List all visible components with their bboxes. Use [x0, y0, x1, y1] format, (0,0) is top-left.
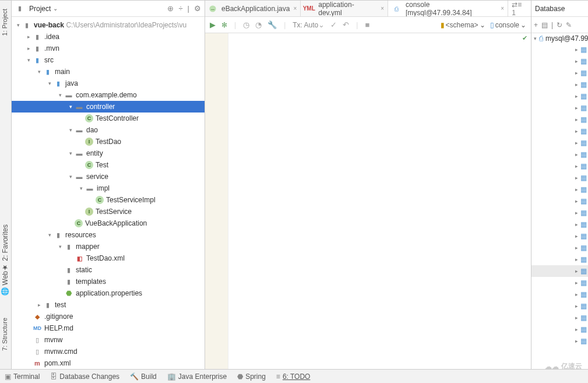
close-icon[interactable]: ×	[501, 5, 504, 12]
tree-node[interactable]: ▾▮mapper	[12, 241, 205, 252]
close-icon[interactable]: ×	[293, 5, 297, 12]
tree-node[interactable]: ▾▬impl	[12, 182, 205, 194]
db-table-row[interactable]: ▸▦	[531, 277, 588, 289]
history-icon[interactable]: ◷	[243, 20, 249, 29]
stop-icon[interactable]: ■	[365, 20, 369, 29]
bottom-build[interactable]: 🔨Build	[130, 373, 157, 381]
editor-tab-active[interactable]: ⎙console [mysql@47.99.34.84]×	[388, 1, 508, 17]
db-table-row[interactable]: ▸▦	[531, 160, 588, 172]
refresh-icon[interactable]: ↻	[557, 21, 562, 29]
left-tab-project[interactable]: 1: Project	[0, 6, 9, 38]
tree-node[interactable]: ◆.gitignore	[12, 311, 205, 322]
tree-node[interactable]: CVueBackApplication	[12, 217, 205, 229]
db-table-row[interactable]: ▸▦	[531, 55, 588, 67]
bottom-spring[interactable]: ⬣Spring	[237, 373, 266, 381]
console-selector[interactable]: ▯console⌄	[490, 21, 526, 29]
left-tab-favorites[interactable]: ★2: Favorites	[0, 222, 10, 274]
tree-node[interactable]: ⬣application.properties	[12, 287, 205, 299]
db-table-row[interactable]: ▸▦	[531, 137, 588, 149]
left-tab-web[interactable]: 🌐Web	[0, 269, 10, 298]
tree-node[interactable]: ◧TestDao.xml	[12, 252, 205, 264]
add-icon[interactable]: +	[534, 21, 538, 29]
chevron-right-icon: ▸	[575, 58, 578, 64]
db-table-row[interactable]: ▸▦	[531, 125, 588, 137]
bottom-terminal[interactable]: ▣Terminal	[5, 373, 40, 381]
sources-icon[interactable]: ▤	[541, 21, 548, 29]
project-tree[interactable]: ▾▮vue-back C:\Users\Administrator\IdeaPr…	[12, 17, 205, 369]
editor-tab[interactable]: ...eBackApplication.java×	[205, 1, 301, 16]
db-table-row[interactable]: ▸▦	[531, 254, 588, 265]
tree-node[interactable]: ▮static	[12, 264, 205, 276]
db-table-row[interactable]: ▸▦	[531, 90, 588, 102]
tree-node[interactable]: CTest	[12, 159, 205, 171]
db-table-row[interactable]: ▸▦	[531, 114, 588, 125]
db-table-row[interactable]: ▸▦	[531, 149, 588, 160]
tree-node[interactable]: ▾▬entity	[12, 147, 205, 159]
tree-root[interactable]: ▾▮vue-back C:\Users\Administrator\IdeaPr…	[12, 19, 205, 31]
tree-node[interactable]: ▾▮src	[12, 54, 205, 66]
tree-node[interactable]: ▮templates	[12, 276, 205, 287]
tree-node[interactable]: ▾▬dao	[12, 124, 205, 136]
db-table-row[interactable]: ▸▦	[531, 230, 588, 242]
close-icon[interactable]: ×	[381, 5, 384, 12]
tx-auto-selector[interactable]: Tx: Auto ⌄	[293, 20, 325, 29]
editor-body[interactable]: ✔	[205, 33, 531, 369]
tree-node[interactable]: ▾▮java	[12, 78, 205, 89]
db-table-row[interactable]: ▸▦	[531, 265, 588, 277]
tree-node[interactable]: ▾▬com.example.demo	[12, 89, 205, 101]
edit-icon[interactable]: ✎	[566, 21, 572, 29]
execute-star-icon[interactable]: ✻	[221, 21, 227, 29]
locate-icon[interactable]: ⊕	[167, 4, 174, 13]
tree-node[interactable]: ▯mvnw	[12, 334, 205, 346]
db-table-row[interactable]: ▸▦	[531, 242, 588, 254]
rollback-icon[interactable]: ↶	[343, 20, 349, 29]
db-table-row[interactable]: ▸▦	[531, 324, 588, 335]
db-table-row[interactable]: ▸▦	[531, 184, 588, 195]
bottom-java-enterprise[interactable]: 🏢Java Enterprise	[167, 373, 227, 381]
tree-node[interactable]: ▾▮resources	[12, 229, 205, 241]
tree-node[interactable]: ▸▮.mvn	[12, 43, 205, 54]
db-table-row[interactable]: ▸▦	[531, 172, 588, 184]
db-table-row[interactable]: ▸▦	[531, 195, 588, 207]
left-tab-structure[interactable]: 7: Structure	[0, 315, 9, 353]
tree-node[interactable]: CTestServiceImpl	[12, 194, 205, 206]
database-tree[interactable]: ▾⎙mysql@47.99 ▸▦▸▦▸▦▸▦▸▦▸▦▸▦▸▦▸▦▸▦▸▦▸▦▸▦…	[531, 33, 588, 369]
db-table-row[interactable]: ▸▦	[531, 207, 588, 219]
tree-node[interactable]: mpom.xml	[12, 357, 205, 369]
db-icon: 🗄	[50, 373, 57, 381]
commit-icon[interactable]: ✓	[330, 20, 337, 29]
tree-node[interactable]: MDHELP.md	[12, 322, 205, 334]
tree-node[interactable]: ITestService	[12, 206, 205, 217]
tree-node[interactable]: ITestDao	[12, 136, 205, 147]
tree-node[interactable]: ▸▮.idea	[12, 31, 205, 43]
db-table-row[interactable]: ▸▦	[531, 300, 588, 312]
db-table-row[interactable]: ▸▦	[531, 335, 588, 347]
project-view-selector[interactable]: ▮ Project ⌄	[15, 4, 58, 13]
tree-node[interactable]: ▾▬service	[12, 171, 205, 182]
explain-icon[interactable]: ◔	[255, 20, 262, 29]
db-table-row[interactable]: ▸▦	[531, 67, 588, 79]
bottom-todo[interactable]: ≡6: TODO	[276, 373, 311, 381]
collapse-icon[interactable]: ÷	[178, 4, 182, 13]
tree-node[interactable]: CTestController	[12, 113, 205, 124]
db-table-row[interactable]: ▸▦	[531, 289, 588, 300]
yml-icon: YML	[304, 4, 314, 13]
db-table-row[interactable]: ▸▦	[531, 312, 588, 324]
editor-tab[interactable]: YMLapplication-dev.yml×	[301, 1, 388, 16]
db-table-row[interactable]: ▸▦	[531, 79, 588, 90]
run-icon[interactable]: ▶	[210, 20, 216, 29]
tree-node[interactable]: ▾▮main	[12, 66, 205, 78]
tabs-more[interactable]: ⇄≡ 1	[508, 1, 531, 16]
chevron-right-icon: ▸	[575, 280, 578, 286]
tree-node[interactable]: ▸▮test	[12, 299, 205, 311]
tree-node[interactable]: ▯mvnw.cmd	[12, 346, 205, 357]
tree-node-selected[interactable]: ▾▬controller	[12, 101, 205, 113]
db-table-row[interactable]: ▸▦	[531, 219, 588, 230]
db-table-row[interactable]: ▸▦	[531, 102, 588, 114]
schema-selector[interactable]: ▮<schema>⌄	[441, 21, 485, 29]
bottom-db-changes[interactable]: 🗄Database Changes	[50, 373, 119, 381]
settings-icon[interactable]: ⚙	[194, 4, 201, 13]
wrench-icon[interactable]: 🔧	[267, 20, 277, 29]
db-table-row[interactable]: ▸▦	[531, 44, 588, 55]
db-connection[interactable]: ▾⎙mysql@47.99	[531, 33, 588, 44]
